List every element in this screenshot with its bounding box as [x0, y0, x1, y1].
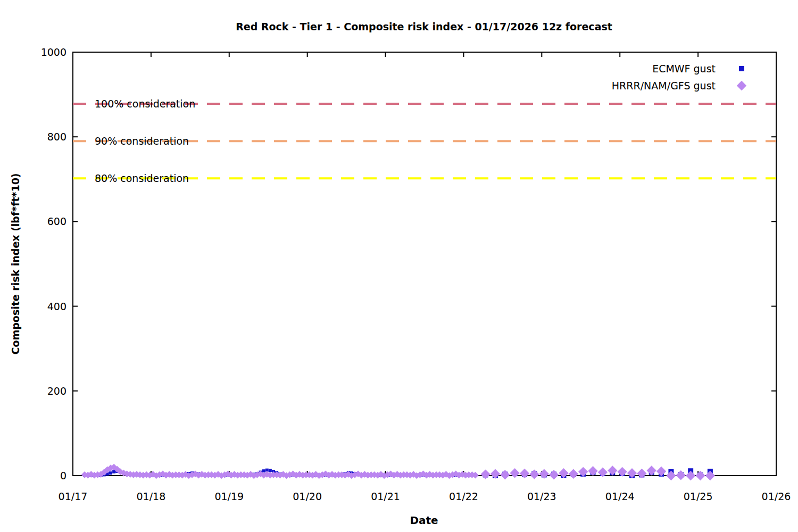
data-point — [686, 471, 695, 480]
x-tick-label: 01/19 — [214, 491, 244, 502]
y-axis-label: Composite risk index (lbf*ft*10) — [10, 173, 21, 354]
data-point — [666, 471, 676, 480]
data-point — [549, 470, 559, 479]
data-point — [637, 469, 646, 478]
legend-marker-hrrr-nam-gfs — [737, 81, 746, 90]
data-point — [529, 469, 539, 479]
data-point — [480, 469, 490, 479]
data-point — [269, 469, 272, 472]
y-tick-label: 400 — [47, 301, 66, 312]
data-point — [588, 466, 597, 476]
x-tick-label: 01/25 — [684, 491, 713, 502]
chart-canvas: 01/1701/1801/1901/2001/2101/2201/2301/24… — [0, 0, 798, 532]
data-point — [647, 466, 656, 475]
data-point — [539, 469, 549, 479]
data-point — [559, 468, 568, 478]
data-point — [656, 467, 666, 476]
data-point — [510, 468, 519, 478]
data-point — [109, 471, 112, 475]
y-tick-label: 0 — [60, 470, 66, 481]
y-tick-label: 200 — [47, 385, 66, 397]
data-point — [695, 471, 705, 480]
y-tick-label: 800 — [47, 131, 66, 143]
data-point — [500, 470, 510, 479]
x-tick-label: 01/17 — [59, 491, 88, 502]
y-tick-label: 1000 — [41, 46, 66, 58]
data-point — [676, 470, 686, 480]
threshold-label-80pct: 80% consideration — [95, 172, 189, 184]
data-point — [112, 470, 115, 473]
chart-title: Red Rock - Tier 1 - Composite risk index… — [236, 21, 612, 32]
legend-marker-ecmwf — [739, 66, 744, 71]
data-point — [491, 469, 500, 479]
data-point — [705, 471, 715, 480]
data-point — [627, 468, 637, 478]
x-tick-label: 01/24 — [605, 491, 635, 502]
x-tick-label: 01/26 — [762, 491, 791, 502]
series-hrrr-nam-gfs — [81, 464, 715, 480]
x-tick-label: 01/18 — [137, 491, 166, 502]
x-tick-label: 01/22 — [449, 491, 478, 502]
threshold-label-90pct: 90% consideration — [95, 135, 189, 147]
x-tick-label: 01/23 — [527, 491, 556, 502]
legend-label-ecmwf: ECMWF gust — [652, 63, 716, 74]
chart: 01/1701/1801/1901/2001/2101/2201/2301/24… — [0, 0, 798, 532]
x-axis-label: Date — [410, 514, 438, 527]
plot-border — [73, 52, 776, 476]
x-tick-label: 01/21 — [371, 491, 400, 502]
threshold-label-100pct: 100% consideration — [95, 98, 195, 110]
legend-label-hrrr-nam-gfs: HRRR/NAM/GFS gust — [612, 80, 716, 92]
data-point — [608, 466, 617, 475]
x-tick-label: 01/20 — [293, 491, 322, 502]
data-point — [520, 469, 529, 478]
data-point — [569, 469, 578, 479]
y-tick-label: 600 — [47, 215, 66, 227]
